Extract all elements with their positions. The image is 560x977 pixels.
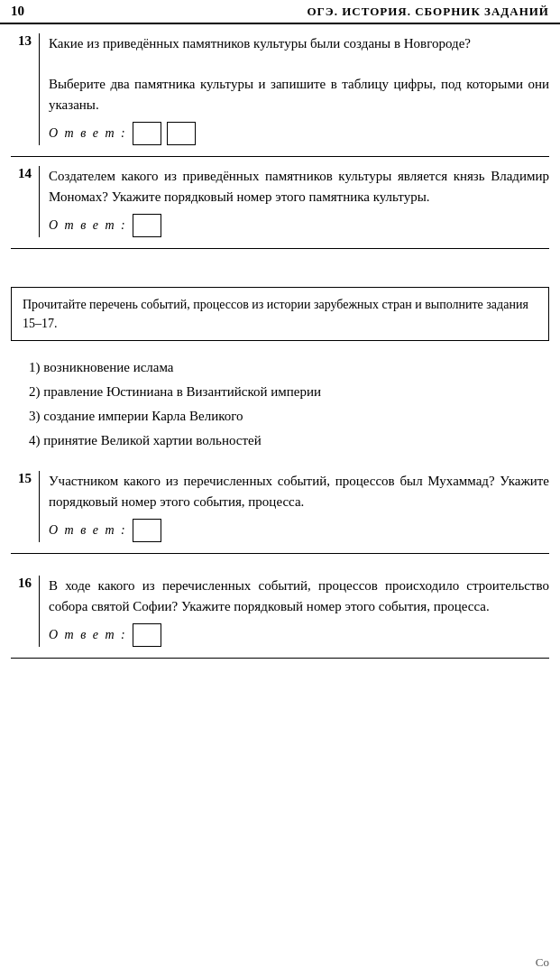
list-item-3: 3) создание империи Карла Великого <box>29 404 549 429</box>
instruction-text: Прочитайте перечень событий, процессов и… <box>23 298 528 330</box>
events-list: 1) возникновение ислама 2) правление Юст… <box>11 350 549 462</box>
page-title: ОГЭ. ИСТОРИЯ. СБОРНИК ЗАДАНИЙ <box>307 5 549 19</box>
question-14-number: 14 <box>11 166 40 237</box>
answer-13-box-1[interactable] <box>133 122 161 145</box>
list-item-4: 4) принятие Великой хартии вольностей <box>29 429 549 453</box>
answer-16-label: О т в е т : <box>49 628 127 642</box>
question-16-body: В ходе какого из перечисленных событий, … <box>49 576 549 647</box>
question-13-answer: О т в е т : <box>49 122 549 145</box>
page-number: 10 <box>11 4 24 19</box>
answer-13-label: О т в е т : <box>49 126 127 141</box>
question-16-answer: О т в е т : <box>49 623 549 647</box>
instruction-block: Прочитайте перечень событий, процессов и… <box>11 287 549 341</box>
list-item-2: 2) правление Юстиниана в Византийской им… <box>29 380 549 404</box>
question-16-text: В ходе какого из перечисленных событий, … <box>49 576 549 616</box>
question-14-text: Создателем какого из приведённых памятни… <box>49 166 549 207</box>
question-14-answer: О т в е т : <box>49 214 549 237</box>
answer-14-label: О т в е т : <box>49 218 127 233</box>
bottom-watermark: Co <box>536 955 549 970</box>
question-14-body: Создателем какого из приведённых памятни… <box>49 166 549 237</box>
question-15-text: Участником какого из перечисленных событ… <box>49 471 549 512</box>
question-15-number: 15 <box>11 471 40 542</box>
question-16-block: 16 В ходе какого из перечисленных событи… <box>11 567 549 659</box>
answer-15-label: О т в е т : <box>49 523 127 538</box>
list-item-1: 1) возникновение ислама <box>29 355 549 380</box>
answer-15-box-1[interactable] <box>133 519 161 542</box>
question-16-number: 16 <box>11 576 40 647</box>
question-13-number: 13 <box>11 33 40 145</box>
answer-14-box-1[interactable] <box>133 214 161 237</box>
answer-13-box-2[interactable] <box>167 122 196 145</box>
question-15-answer: О т в е т : <box>49 519 549 542</box>
question-13-text: Какие из приведённых памятников культуры… <box>49 33 549 115</box>
question-15-body: Участником какого из перечисленных событ… <box>49 471 549 542</box>
question-13-body: Какие из приведённых памятников культуры… <box>49 33 549 145</box>
page-header: 10 ОГЭ. ИСТОРИЯ. СБОРНИК ЗАДАНИЙ <box>0 0 560 24</box>
answer-16-box-1[interactable] <box>133 623 161 647</box>
question-13-block: 13 Какие из приведённых памятников культ… <box>11 24 549 157</box>
question-14-block: 14 Создателем какого из приведённых памя… <box>11 157 549 249</box>
question-15-block: 15 Участником какого из перечисленных со… <box>11 462 549 554</box>
